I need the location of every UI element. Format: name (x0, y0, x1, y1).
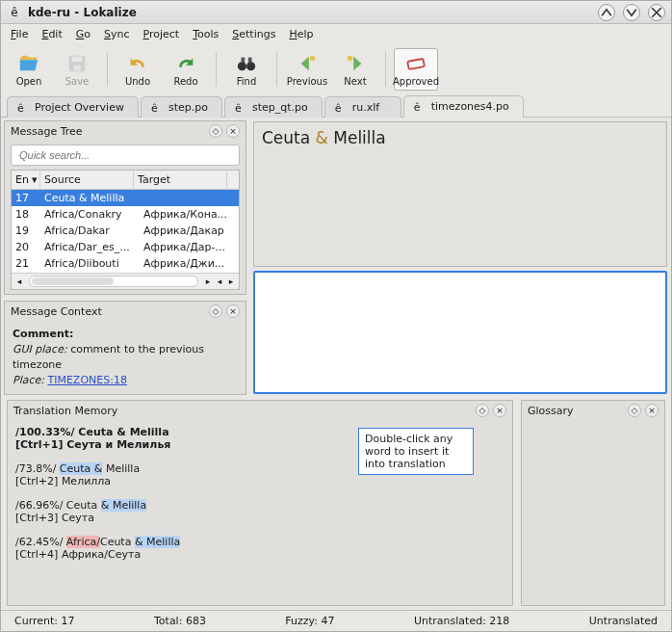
nav-next-icon[interactable]: ▸ (225, 276, 237, 287)
target-text-editor[interactable] (253, 271, 667, 394)
file-icon: ê (414, 101, 426, 113)
menu-project[interactable]: Project (143, 28, 180, 40)
undo-label: Undo (125, 76, 150, 87)
svg-point-3 (238, 62, 246, 70)
approved-toggle[interactable]: Approved (394, 48, 438, 91)
menu-tools[interactable]: Tools (193, 28, 219, 40)
menu-settings[interactable]: Settings (232, 28, 275, 40)
nav-prev-icon[interactable]: ◂ (214, 276, 225, 287)
panel-close-icon[interactable]: × (226, 304, 240, 318)
status-current-label: Current: (14, 615, 62, 627)
h-scrollbar[interactable] (29, 276, 198, 287)
find-button[interactable]: Find (224, 48, 269, 91)
panel-float-icon[interactable]: ◇ (209, 304, 222, 318)
undo-icon (127, 53, 148, 74)
toolbar: Open Save Undo Redo Find Previous Next A… (1, 44, 671, 94)
menu-sync[interactable]: Sync (104, 28, 130, 40)
minimize-button[interactable] (598, 4, 615, 21)
tab-timezones4-po[interactable]: êtimezones4.po (403, 95, 524, 118)
tm-entry[interactable]: /66.96%/ Ceuta & Melilla [Ctrl+3] Сеута (15, 499, 504, 524)
next-button[interactable]: Next (333, 48, 377, 91)
tab-ru-xlf[interactable]: êru.xlf (324, 96, 401, 118)
arrow-left-icon (297, 53, 318, 74)
redo-label: Redo (173, 76, 197, 87)
table-row[interactable]: 20Africa/Dar_es_...Африка/Дар-... (12, 239, 239, 255)
tm-tooltip: Double-click any word to insert it into … (358, 428, 474, 475)
next-label: Next (344, 76, 366, 87)
panel-float-icon[interactable]: ◇ (476, 404, 489, 417)
table-header: En▾ Source Target (12, 171, 239, 190)
svg-point-8 (348, 55, 353, 61)
approved-label: Approved (393, 76, 439, 87)
open-button[interactable]: Open (7, 48, 51, 91)
tab-project-overview[interactable]: êProject Overview (7, 96, 139, 118)
table-row[interactable]: 19Africa/DakarАфрика/Дакар (12, 223, 239, 239)
status-untranslated: 218 (489, 615, 509, 627)
status-untranslated-label: Untranslated: (414, 615, 489, 627)
comment-label: Comment: (13, 328, 74, 340)
accel-marker: & (316, 128, 328, 147)
stamp-icon (405, 53, 426, 74)
col-source[interactable]: Source (40, 171, 134, 189)
file-icon: ê (235, 102, 246, 114)
table-row[interactable]: 17Ceuta & Melilla (12, 190, 239, 206)
tab-label: step_qt.po (252, 101, 308, 114)
save-icon (66, 53, 88, 74)
maximize-button[interactable] (623, 4, 640, 21)
close-button[interactable] (648, 4, 665, 21)
source-text-view: Ceuta & Melilla (253, 121, 667, 267)
panel-float-icon[interactable]: ◇ (628, 404, 641, 417)
tab-step-qt-po[interactable]: êstep_qt.po (224, 96, 323, 118)
undo-button[interactable]: Undo (116, 48, 160, 91)
save-label: Save (65, 76, 90, 87)
previous-label: Previous (287, 76, 327, 87)
menu-file[interactable]: File (11, 28, 28, 40)
menu-go[interactable]: Go (76, 28, 90, 40)
panel-close-icon[interactable]: × (493, 404, 506, 417)
svg-rect-6 (248, 57, 252, 63)
tm-entry[interactable]: /62.45%/ Africa/Ceuta & Melilla [Ctrl+4]… (15, 536, 504, 561)
table-row[interactable]: 21Africa/DiiboutiАфрика/Джи... (12, 255, 239, 272)
app-icon: ê (7, 5, 22, 20)
gui-place-label: GUI place: (13, 343, 67, 356)
globe-icon: ê (17, 102, 29, 114)
tab-step-po[interactable]: êstep.po (141, 96, 222, 118)
place-link[interactable]: TIMEZONES:18 (47, 374, 126, 386)
panel-title: Translation Memory (13, 405, 472, 417)
titlebar: ê kde-ru - Lokalize (1, 1, 671, 24)
tab-label: Project Overview (35, 101, 124, 114)
tab-label: timezones4.po (431, 100, 509, 113)
message-rows[interactable]: 17Ceuta & Melilla18Africa/ConakryАфрика/… (12, 190, 239, 273)
status-current: 17 (62, 615, 75, 627)
open-label: Open (16, 76, 42, 87)
table-row[interactable]: 18Africa/ConakryАфрика/Кона... (12, 206, 239, 223)
scroll-left-icon[interactable]: ◂ (13, 276, 25, 287)
translation-memory-panel: Translation Memory ◇ × /100.33%/ Ceuta &… (7, 400, 513, 606)
col-target[interactable]: Target (134, 171, 227, 189)
status-bar: Current: 17 Total: 683 Fuzzy: 47 Untrans… (1, 610, 671, 631)
menubar: File Edit Go Sync Project Tools Settings… (1, 24, 671, 44)
panel-title: Glossary (528, 405, 624, 417)
file-icon: ê (151, 102, 163, 114)
message-tree-panel: Message Tree ◇ × En▾ Source Target 17Ceu… (4, 120, 246, 295)
panel-float-icon[interactable]: ◇ (209, 124, 222, 138)
glossary-panel: Glossary ◇ × (521, 400, 665, 606)
find-label: Find (237, 76, 257, 87)
menu-edit[interactable]: Edit (41, 28, 62, 40)
svg-rect-1 (72, 56, 83, 62)
svg-rect-5 (242, 57, 246, 63)
svg-point-7 (310, 55, 316, 61)
redo-button[interactable]: Redo (164, 48, 208, 91)
panel-close-icon[interactable]: × (645, 404, 659, 417)
svg-rect-2 (73, 65, 80, 70)
status-state: Untranslated (589, 615, 658, 627)
place-label: Place: (13, 374, 44, 386)
panel-close-icon[interactable]: × (226, 124, 240, 138)
save-button[interactable]: Save (55, 48, 99, 91)
scroll-right-icon[interactable]: ▸ (202, 276, 214, 287)
col-en[interactable]: En▾ (12, 171, 40, 189)
message-context-panel: Message Context ◇ × Comment: GUI place: … (4, 301, 246, 395)
previous-button[interactable]: Previous (285, 48, 329, 91)
quick-search-input[interactable] (11, 145, 240, 166)
menu-help[interactable]: Help (289, 28, 313, 40)
